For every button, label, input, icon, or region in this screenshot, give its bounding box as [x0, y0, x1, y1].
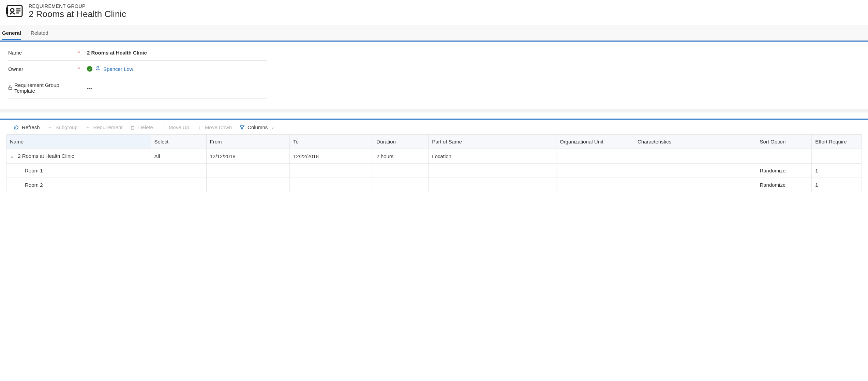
columns-label: Columns — [248, 124, 268, 130]
page-header: REQUIREMENT GROUP 2 Rooms at Health Clin… — [0, 0, 868, 26]
cell-duration[interactable] — [373, 178, 429, 192]
cell-to[interactable] — [289, 164, 373, 178]
plus-icon: ＋ — [47, 125, 53, 130]
template-label-text: Requirement Group Template — [14, 82, 78, 94]
page-eyebrow: REQUIREMENT GROUP — [29, 3, 126, 9]
cell-name[interactable]: Room 1 — [6, 164, 151, 178]
refresh-button[interactable]: Refresh — [14, 124, 40, 130]
col-characteristics[interactable]: Characteristics — [634, 135, 756, 149]
chevron-down-icon: ⌄ — [271, 125, 274, 129]
cell-partofsame[interactable] — [429, 178, 556, 192]
field-template-value: --- — [87, 85, 267, 91]
svg-point-2 — [11, 9, 14, 12]
cell-effort[interactable] — [812, 149, 862, 164]
col-to[interactable]: To — [289, 135, 373, 149]
field-template-label: Requirement Group Template — [8, 82, 78, 94]
table-row[interactable]: Room 2 Randomize 1 — [6, 178, 862, 192]
field-name-value[interactable]: 2 Rooms at Health Clinic — [87, 50, 267, 56]
page-title: 2 Rooms at Health Clinic — [29, 9, 126, 19]
cell-orgunit[interactable] — [556, 178, 634, 192]
filter-icon — [239, 125, 245, 130]
tab-related[interactable]: Related — [31, 26, 48, 40]
cell-name[interactable]: ⌄ 2 Rooms at Health Clinic — [6, 149, 151, 164]
col-sortoption[interactable]: Sort Option — [756, 135, 812, 149]
lock-icon — [8, 85, 12, 91]
entity-icon — [6, 3, 23, 18]
cell-sortoption[interactable]: Randomize — [756, 164, 812, 178]
cell-to[interactable] — [289, 178, 373, 192]
table-row[interactable]: Room 1 Randomize 1 — [6, 164, 862, 178]
cell-orgunit[interactable] — [556, 164, 634, 178]
cell-effort[interactable]: 1 — [812, 164, 862, 178]
cell-name[interactable]: Room 2 — [6, 178, 151, 192]
table-row[interactable]: ⌄ 2 Rooms at Health Clinic All 12/12/201… — [6, 149, 862, 164]
columns-button[interactable]: Columns ⌄ — [239, 124, 274, 130]
requirement-label: Requirement — [93, 124, 123, 130]
arrow-down-icon: ↓ — [197, 125, 202, 130]
col-orgunit[interactable]: Organizational Unit — [556, 135, 634, 149]
trash-icon — [130, 125, 135, 130]
subgroup-label: Subgroup — [56, 124, 78, 130]
requirements-grid: Name Select From To Duration Part of Sam… — [6, 134, 862, 192]
cell-partofsame[interactable]: Location — [429, 149, 556, 164]
delete-button[interactable]: Delete — [130, 124, 153, 130]
cell-select[interactable] — [151, 178, 206, 192]
moveup-button[interactable]: ↑ Move Up — [161, 124, 189, 130]
svg-rect-7 — [9, 87, 12, 90]
col-select[interactable]: Select — [151, 135, 206, 149]
cell-from[interactable] — [206, 164, 289, 178]
cell-select[interactable] — [151, 164, 206, 178]
required-indicator: * — [78, 66, 87, 72]
col-duration[interactable]: Duration — [373, 135, 429, 149]
general-panel: Name * 2 Rooms at Health Clinic Owner * … — [0, 41, 868, 109]
field-template[interactable]: Requirement Group Template --- — [8, 77, 267, 99]
cell-characteristics[interactable] — [634, 178, 756, 192]
owner-link[interactable]: Spencer Low — [103, 66, 133, 72]
refresh-icon — [14, 125, 19, 130]
requirements-grid-panel: Refresh ＋ Subgroup ＋ Requirement Delete … — [0, 119, 868, 192]
cell-partofsame[interactable] — [429, 164, 556, 178]
tab-bar: General Related — [0, 26, 868, 41]
field-owner-label: Owner — [8, 66, 78, 72]
grid-toolbar: Refresh ＋ Subgroup ＋ Requirement Delete … — [0, 120, 868, 134]
col-name[interactable]: Name — [6, 135, 151, 149]
required-indicator: * — [78, 50, 87, 56]
field-name[interactable]: Name * 2 Rooms at Health Clinic — [8, 45, 267, 61]
name-text: 2 Rooms at Health Clinic — [87, 50, 147, 56]
panel-spacer — [0, 109, 868, 112]
cell-characteristics[interactable] — [634, 164, 756, 178]
cell-duration[interactable] — [373, 164, 429, 178]
col-effort[interactable]: Effort Require — [812, 135, 862, 149]
cell-orgunit[interactable] — [556, 149, 634, 164]
arrow-up-icon: ↑ — [161, 125, 166, 130]
subgroup-button[interactable]: ＋ Subgroup — [47, 124, 78, 130]
cell-from[interactable] — [206, 178, 289, 192]
field-name-label: Name — [8, 50, 78, 56]
field-owner-value[interactable]: ✓ Spencer Low — [87, 65, 267, 72]
cell-effort[interactable]: 1 — [812, 178, 862, 192]
cell-duration[interactable]: 2 hours — [373, 149, 429, 164]
tab-general[interactable]: General — [2, 26, 21, 40]
refresh-label: Refresh — [22, 124, 40, 130]
cell-select[interactable]: All — [151, 149, 206, 164]
cell-sortoption[interactable]: Randomize — [756, 178, 812, 192]
col-partofsame[interactable]: Part of Same — [429, 135, 556, 149]
requirement-button[interactable]: ＋ Requirement — [85, 124, 123, 130]
person-icon — [95, 65, 101, 72]
cell-to[interactable]: 12/22/2018 — [289, 149, 373, 164]
cell-from[interactable]: 12/12/2018 — [206, 149, 289, 164]
svg-rect-8 — [131, 126, 134, 129]
movedown-button[interactable]: ↓ Move Down — [197, 124, 232, 130]
owner-check-icon: ✓ — [87, 66, 92, 72]
col-from[interactable]: From — [206, 135, 289, 149]
plus-icon: ＋ — [85, 125, 91, 130]
chevron-down-icon[interactable]: ⌄ — [10, 153, 14, 159]
movedown-label: Move Down — [205, 124, 232, 130]
field-owner[interactable]: Owner * ✓ Spencer Low — [8, 61, 267, 77]
cell-sortoption[interactable] — [756, 149, 812, 164]
moveup-label: Move Up — [169, 124, 189, 130]
cell-characteristics[interactable] — [634, 149, 756, 164]
delete-label: Delete — [138, 124, 153, 130]
svg-point-6 — [97, 66, 99, 68]
row0-name: 2 Rooms at Health Clinic — [18, 153, 74, 159]
